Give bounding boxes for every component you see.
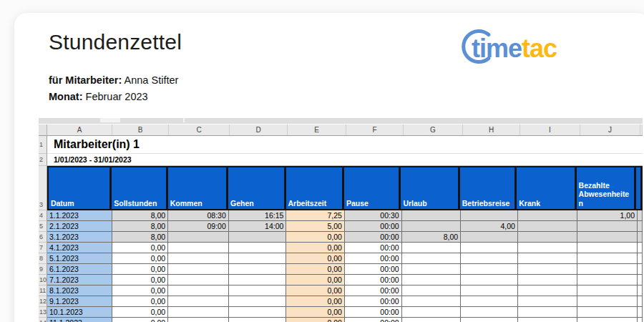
cell: 00:00 (345, 264, 402, 275)
month-line: Monat: Februar 2023 (49, 89, 178, 105)
cell (577, 286, 638, 296)
sheet-title-cell: Mitarbeiter(in) 1 (47, 136, 643, 154)
excel-top-strip-bar (39, 118, 643, 124)
cell (168, 286, 229, 296)
employee-line: für Mitarbeiter: Anna Stifter (49, 72, 178, 89)
header-cell: Betriebsreise (460, 166, 517, 210)
cell: 0,00 (112, 243, 169, 253)
cell: 09:00 (168, 221, 229, 232)
sheet-row: 52.1.20238,0009:0014:005,0000:004,00 (39, 221, 643, 232)
cell (461, 243, 518, 253)
cell: 8,00 (402, 232, 462, 243)
cell (168, 318, 229, 322)
cell (577, 243, 638, 253)
cell (461, 286, 518, 296)
sheet-row: 63.1.20238,000,0000:008,00 (39, 232, 643, 243)
cell: 0,00 (286, 307, 345, 318)
cell (229, 286, 287, 296)
header-cell: Sollstunden (112, 166, 167, 210)
column-letter: B (112, 125, 169, 135)
cell: 00:00 (345, 275, 402, 286)
row-number: 13 (39, 307, 47, 318)
cell: 1.1.2023 (47, 210, 112, 221)
sheet-row: 96.1.20230,000,0000:00 (39, 264, 643, 275)
cell: 0,00 (286, 232, 345, 243)
month-value: Februar 2023 (86, 91, 148, 102)
spreadsheet-grid: ABCDEFGHIJ1Mitarbeiter(in) 121/01/2023 -… (39, 125, 643, 322)
logo-text-tac: tac (522, 34, 557, 63)
header-cell: Kommen (168, 166, 228, 210)
excel-top-strip-notch (100, 118, 120, 122)
cell: 0,00 (286, 243, 345, 253)
cell (168, 232, 229, 243)
cell: 5,00 (286, 221, 345, 232)
header-cell: Bezahlte Abwesenheiten (577, 166, 636, 210)
cell (518, 253, 578, 264)
cell: 3.1.2023 (47, 232, 112, 243)
cell (461, 296, 518, 307)
cell: 8,00 (112, 221, 169, 232)
cell (518, 210, 578, 221)
cell (518, 243, 578, 253)
column-letter: I (520, 125, 580, 135)
column-letter: A (47, 125, 112, 135)
row-number: 2 (39, 154, 47, 166)
sheet-row: 1411.1.20230,000,0000:00 (39, 318, 643, 322)
spreadsheet-preview: ABCDEFGHIJ1Mitarbeiter(in) 121/01/2023 -… (39, 114, 643, 322)
cell (518, 264, 578, 275)
timesheet-card: Stundenzettel timetac für Mitarbeiter: A… (14, 13, 644, 322)
cell (402, 243, 462, 253)
cell (577, 253, 638, 264)
column-letter (640, 125, 643, 135)
cell: 0,00 (112, 307, 169, 318)
header-cell: Datum (47, 166, 112, 210)
cell: 7.1.2023 (47, 275, 112, 286)
cell: 0,00 (286, 286, 345, 296)
cell: 1,00 (577, 210, 638, 221)
cell (402, 210, 462, 221)
column-letter: D (230, 125, 288, 135)
cell: 08:30 (168, 210, 229, 221)
cell (168, 253, 229, 264)
cell (461, 307, 518, 318)
cell (638, 253, 643, 264)
cell (638, 243, 643, 253)
sheet-row: 129.1.20230,000,0000:00 (39, 296, 643, 307)
header-cell: Pause (344, 166, 401, 210)
cell (229, 243, 287, 253)
cell (402, 286, 462, 296)
svg-text:timetac: timetac (472, 34, 557, 63)
excel-top-strip (39, 114, 643, 125)
cell: 0,00 (112, 253, 169, 264)
page-title: Stundenzettel (49, 30, 182, 54)
cell: 00:00 (345, 307, 402, 318)
cell (577, 307, 638, 318)
cell (638, 318, 643, 322)
cell: 0,00 (112, 296, 169, 307)
cell (229, 318, 287, 322)
cell (461, 318, 518, 322)
timetac-logo: timetac (457, 23, 600, 67)
employee-label: für Mitarbeiter: (49, 74, 122, 86)
cell: 00:00 (345, 318, 402, 322)
cell: 14:00 (229, 221, 287, 232)
cell (229, 253, 287, 264)
cell: 8.1.2023 (47, 286, 112, 296)
cell: 0,00 (112, 318, 169, 322)
sheet-row: 74.1.20230,000,0000:00 (39, 243, 643, 253)
header-cell: Krank (517, 166, 576, 210)
cell (577, 221, 638, 232)
cell: 00:00 (345, 286, 402, 296)
row-number: 10 (39, 275, 47, 286)
sheet-row: 107.1.20230,000,0000:00 (39, 275, 643, 286)
column-letter: F (346, 125, 404, 135)
cell (461, 275, 518, 286)
cell: 9.1.2023 (47, 296, 112, 307)
cell: 00:00 (345, 296, 402, 307)
cell (518, 232, 578, 243)
row-number: 1 (39, 136, 47, 154)
cell: 16:15 (229, 210, 287, 221)
cell: 00:00 (345, 232, 402, 243)
cell: 0,00 (286, 296, 345, 307)
row-number: 12 (39, 296, 47, 307)
